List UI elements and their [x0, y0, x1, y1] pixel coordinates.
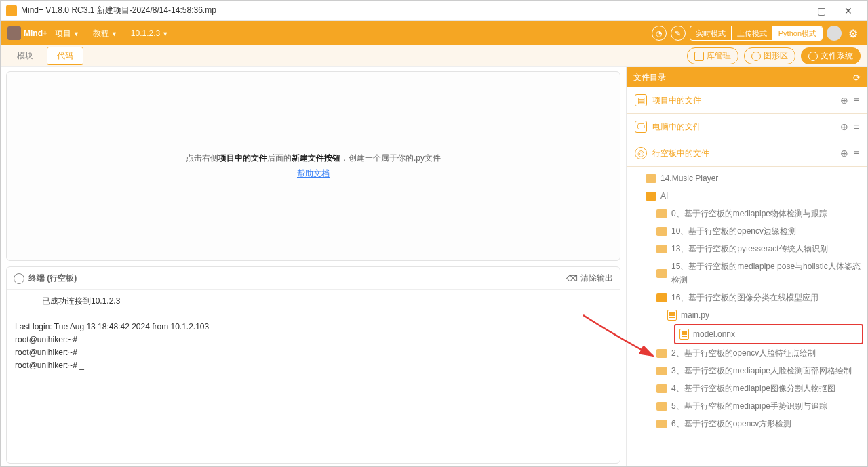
tree-folder[interactable]: 2、基于行空板的opencv人脸特征点绘制 [627, 344, 867, 362]
link-icon [14, 273, 24, 284]
toolbar: 模块 代码 库管理 图形区 文件系统 [1, 45, 867, 67]
section-project-files[interactable]: ▤ 项目中的文件 ⊕≡ [627, 87, 867, 114]
tree-folder[interactable]: 14.Music Player [627, 169, 867, 187]
maximize-button[interactable]: ▢ [808, 1, 835, 21]
tree-folder[interactable]: 6、基于行空板的opencv方形检测 [627, 415, 867, 432]
clear-output-button[interactable]: ⌫ 清除输出 [566, 272, 613, 284]
close-button[interactable]: ✕ [835, 1, 862, 21]
tab-module[interactable]: 模块 [7, 47, 43, 64]
editor-text-2: 后面的 [267, 153, 292, 163]
tree-folder[interactable]: 13、基于行空板的pytesseract传统人物识别 [627, 240, 867, 258]
editor-bold-1: 项目中的文件 [218, 153, 267, 163]
graphics-button[interactable]: 图形区 [744, 47, 795, 64]
editor-text-1: 点击右侧 [186, 153, 218, 163]
app-icon [6, 5, 17, 16]
logo-text: Mind+ [24, 28, 47, 38]
tree-folder[interactable]: 0、基于行空板的mediapipe物体检测与跟踪 [627, 205, 867, 222]
section-computer-files[interactable]: 🖵 电脑中的文件 ⊕≡ [627, 114, 867, 140]
main: 点击右侧项目中的文件后面的新建文件按钮，创建一个属于你的.py文件 帮助文档 终… [1, 67, 867, 467]
tree-folder[interactable]: 15、基于行空板的mediapipe pose与holistic人体姿态检测 [627, 258, 867, 289]
terminal-connected: 已成功连接到10.1.2.3 [15, 296, 612, 321]
computer-icon: 🖵 [635, 121, 647, 133]
term-line-4: root@unihiker:~# _ [15, 361, 84, 370]
tree-folder[interactable]: 16、基于行空板的图像分类在线模型应用 [627, 289, 867, 306]
menu-tutorial[interactable]: 教程▼ [86, 21, 124, 46]
file-panel: 文件目录 ⟳ ▤ 项目中的文件 ⊕≡ 🖵 电脑中的文件 ⊕≡ ◎ 行空板中的文件… [626, 67, 867, 467]
avatar[interactable] [827, 26, 842, 41]
editor-bold-2: 新建文件按钮 [292, 153, 340, 163]
new-file-icon-3[interactable]: ⊕ [840, 148, 848, 159]
menu-ip[interactable]: 10.1.2.3▼ [124, 21, 175, 46]
tree-folder[interactable]: 10、基于行空板的opencv边缘检测 [627, 222, 867, 240]
term-line-1: Last login: Tue Aug 13 18:48:42 2024 fro… [15, 322, 209, 331]
menu-icon-2[interactable]: ≡ [854, 121, 859, 132]
term-line-2: root@unihiker:~# [15, 335, 77, 344]
tree-folder[interactable]: AI [627, 187, 867, 205]
mode-switch: 实时模式 上传模式 Python模式 [690, 26, 823, 41]
panel-title: 文件目录 [633, 72, 666, 83]
terminal-title: 终端 (行空板) [28, 272, 77, 284]
new-file-icon-2[interactable]: ⊕ [840, 121, 848, 132]
menubar: Mind+ 项目▼ 教程▼ 10.1.2.3▼ ◔ ✎ 实时模式 上传模式 Py… [1, 21, 867, 45]
lib-icon [694, 52, 704, 61]
clear-icon: ⌫ [566, 274, 578, 283]
project-files-icon: ▤ [635, 94, 647, 106]
logo-icon [7, 26, 21, 40]
mode-python[interactable]: Python模式 [773, 26, 822, 40]
terminal-body[interactable]: 已成功连接到10.1.2.3Last login: Tue Aug 13 18:… [7, 290, 620, 463]
globe-icon[interactable]: ✎ [671, 26, 686, 41]
new-file-icon[interactable]: ⊕ [840, 95, 848, 106]
refresh-icon[interactable]: ⟳ [853, 73, 861, 83]
board-icon: ◎ [635, 147, 647, 159]
menu-icon-3[interactable]: ≡ [854, 148, 859, 159]
lib-manage-button[interactable]: 库管理 [687, 47, 738, 64]
tree-folder[interactable]: 4、基于行空板的mediapipe图像分割人物抠图 [627, 380, 867, 397]
window-title: Mind+ V1.8.0 RC3.1 新建项目-2024/8/14-14:58:… [21, 5, 216, 16]
tab-code[interactable]: 代码 [47, 47, 83, 65]
filesystem-icon [808, 52, 818, 61]
term-line-3: root@unihiker:~# [15, 348, 77, 357]
tree-folder[interactable]: 3、基于行空板的mediapipe人脸检测面部网格绘制 [627, 362, 867, 380]
mode-upload[interactable]: 上传模式 [732, 26, 773, 40]
menu-icon[interactable]: ≡ [854, 95, 859, 106]
tree-folder[interactable]: 5、基于行空板的mediapipe手势识别与追踪 [627, 397, 867, 415]
menu-project[interactable]: 项目▼ [48, 21, 86, 46]
terminal: 终端 (行空板) ⌫ 清除输出 已成功连接到10.1.2.3Last login… [6, 266, 620, 464]
window-controls: — ▢ ✕ [781, 1, 862, 21]
mode-realtime[interactable]: 实时模式 [690, 26, 732, 40]
panel-header: 文件目录 ⟳ [627, 67, 867, 87]
left-pane: 点击右侧项目中的文件后面的新建文件按钮，创建一个属于你的.py文件 帮助文档 终… [1, 67, 626, 467]
tree-file-highlighted[interactable]: model.onnx [674, 324, 863, 344]
file-tree: 14.Music Player AI 0、基于行空板的mediapipe物体检测… [627, 167, 867, 467]
titlebar: Mind+ V1.8.0 RC3.1 新建项目-2024/8/14-14:58:… [1, 1, 867, 21]
editor-text-3: ，创建一个属于你的.py文件 [340, 153, 441, 163]
chart-icon[interactable]: ◔ [652, 26, 667, 41]
graphics-icon [751, 52, 761, 61]
section-board-files[interactable]: ◎ 行空板中的文件 ⊕≡ [627, 140, 867, 167]
minimize-button[interactable]: — [781, 1, 808, 21]
tree-file[interactable]: main.py [627, 306, 867, 324]
file-icon [667, 310, 677, 321]
help-link[interactable]: 帮助文档 [297, 168, 330, 180]
gear-icon[interactable]: ⚙ [846, 27, 861, 40]
filesystem-button[interactable]: 文件系统 [801, 47, 861, 64]
file-icon [679, 329, 689, 340]
logo: Mind+ [7, 25, 48, 41]
editor-placeholder: 点击右侧项目中的文件后面的新建文件按钮，创建一个属于你的.py文件 帮助文档 [6, 71, 620, 261]
terminal-header: 终端 (行空板) ⌫ 清除输出 [7, 267, 620, 290]
